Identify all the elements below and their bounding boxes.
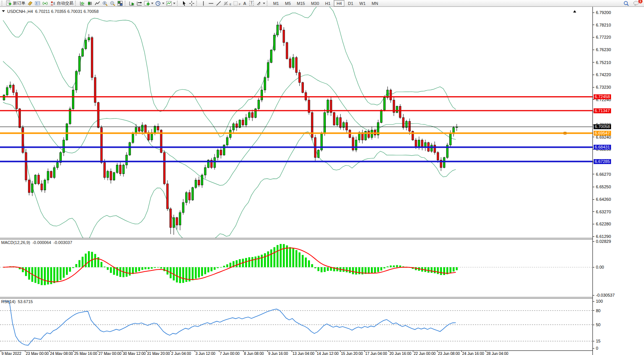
price-level-badge[interactable]: 6.67285 [594, 159, 611, 164]
text-button[interactable]: A [241, 0, 248, 6]
tf-button-m5[interactable]: M5 [282, 0, 293, 6]
tf-button-w1[interactable]: W1 [357, 0, 369, 6]
chart-shift-button[interactable] [136, 0, 143, 6]
arrows-dropdown-button[interactable] [255, 0, 266, 6]
rsi-name: RSI(14) [1, 299, 16, 304]
text-tool-glyph: A [243, 1, 246, 6]
time-label: 23 May 00:00 [26, 352, 49, 355]
rsi-value: 53.6715 [18, 299, 33, 304]
tf-button-d1[interactable]: D1 [345, 0, 356, 6]
tf-button-mn[interactable]: MN [369, 0, 381, 6]
axis-tick [593, 87, 594, 88]
price-axis[interactable]: 6.792006.782106.772206.762306.752106.742… [592, 7, 644, 355]
axis-tick-label: 6.76230 [596, 47, 611, 52]
gold-eraser-icon[interactable] [26, 0, 34, 6]
profiles-icon[interactable] [34, 0, 41, 6]
axis-tick [593, 267, 594, 267]
price-level-badge[interactable]: 6.72458 [594, 94, 611, 99]
axis-tick [593, 75, 594, 75]
price-level-badge[interactable]: 6.70058 [594, 124, 611, 129]
zoom-in-button[interactable] [101, 0, 109, 6]
time-tick [1, 351, 1, 352]
time-label: 9 May 2022 [2, 352, 21, 355]
time-label: 14 Jun 12:00 [317, 352, 339, 355]
time-label: 3 Jun 12:00 [195, 352, 215, 355]
rsi-header: RSI(14) 53.6715 [1, 299, 33, 304]
trendline-button[interactable] [215, 0, 222, 6]
search-button[interactable] [622, 0, 630, 6]
axis-tick [593, 301, 594, 302]
periods-dropdown-button[interactable] [154, 0, 165, 6]
axis-tick [593, 62, 594, 63]
tf-button-m1[interactable]: M1 [270, 0, 281, 6]
signals-icon[interactable] [41, 0, 49, 6]
time-tick [292, 351, 292, 352]
symbol-title: USDCNH-,H4 [7, 9, 33, 14]
main-chart-panel[interactable] [0, 7, 592, 238]
axis-tick-label: 0 [596, 346, 598, 350]
time-tick [340, 351, 341, 352]
time-label: 28 Jun 04:00 [486, 352, 508, 355]
line-chart-mode-button[interactable] [94, 0, 101, 6]
macd-header: MACD(12,26,9) -0.000064 -0.003037 [1, 240, 72, 245]
time-tick [122, 351, 122, 352]
axis-tick-label: 6.61290 [596, 234, 611, 239]
axis-tick [593, 187, 594, 187]
price-level-badge[interactable]: 6.69547 [594, 131, 611, 136]
time-tick [364, 351, 365, 352]
ohlc-values: 6.70211 6.70355 6.70031 6.70058 [35, 9, 98, 14]
axis-tick [593, 211, 594, 212]
templates-dropdown-button[interactable] [165, 0, 176, 6]
crosshair-button[interactable] [188, 0, 195, 6]
time-label: 27 May 00:00 [98, 352, 122, 355]
autotrading-button[interactable]: 自动交易 [49, 0, 74, 6]
macd-name: MACD(12,26,9) [1, 240, 30, 245]
time-label: 22 Jun 00:00 [414, 352, 436, 355]
axis-tick-label: 0.00 [596, 265, 604, 269]
bar-chart-mode-button[interactable] [78, 0, 86, 6]
axis-tick-label: 6.79200 [596, 10, 611, 15]
vertical-line-button[interactable] [200, 0, 207, 6]
time-axis[interactable]: 9 May 202223 May 00:0024 May 08:0025 May… [0, 350, 592, 355]
price-level-badge[interactable]: 6.71347 [594, 108, 611, 113]
axis-tick-label: 0.02829 [596, 239, 611, 244]
chevron-down-icon [162, 3, 164, 5]
tf-button-h4[interactable]: H4 [334, 0, 344, 6]
scroll-to-end-icon[interactable] [573, 9, 576, 13]
auto-scroll-button[interactable] [128, 0, 136, 6]
time-tick [98, 351, 98, 352]
axis-tick [593, 174, 594, 174]
candlestick-mode-button[interactable] [86, 0, 94, 6]
fibonacci-suffix: E [230, 3, 231, 6]
time-tick [267, 351, 268, 352]
notification-badge: 1 [638, 0, 643, 4]
new-chart-button[interactable] [143, 0, 154, 6]
fibonacci-button[interactable]: E [222, 0, 232, 6]
tile-windows-button[interactable] [116, 0, 124, 6]
price-level-badge[interactable]: 6.68431 [594, 145, 611, 150]
tf-button-m15[interactable]: M15 [294, 0, 308, 6]
label-button[interactable]: T [248, 0, 255, 6]
axis-tick-label: 6.64260 [596, 197, 611, 202]
tf-button-m30[interactable]: M30 [308, 0, 322, 6]
axis-tick-label: 6.75210 [596, 60, 611, 65]
axis-tick [593, 241, 594, 242]
rsi-panel[interactable] [0, 299, 592, 350]
toolbar-grip [2, 1, 3, 6]
toolbar: 新订单 自动交易 [0, 0, 644, 7]
axis-tick [593, 325, 594, 325]
new-order-icon [6, 0, 12, 6]
macd-panel[interactable] [0, 239, 592, 297]
horizontal-line-button[interactable] [207, 0, 215, 6]
tf-button-h1[interactable]: H1 [322, 0, 333, 6]
time-label: 23 Jun 08:00 [438, 352, 460, 355]
time-tick [243, 351, 244, 352]
grid-f-button[interactable]: F [232, 0, 241, 6]
notifications-button[interactable]: 1 [632, 0, 640, 6]
orange-line-handle[interactable] [564, 132, 566, 134]
cursor-button[interactable] [180, 0, 188, 6]
new-order-label: 新订单 [13, 0, 25, 6]
toolbar-grip [75, 1, 77, 6]
zoom-out-button[interactable] [109, 0, 116, 6]
new-order-button[interactable]: 新订单 [5, 0, 26, 6]
